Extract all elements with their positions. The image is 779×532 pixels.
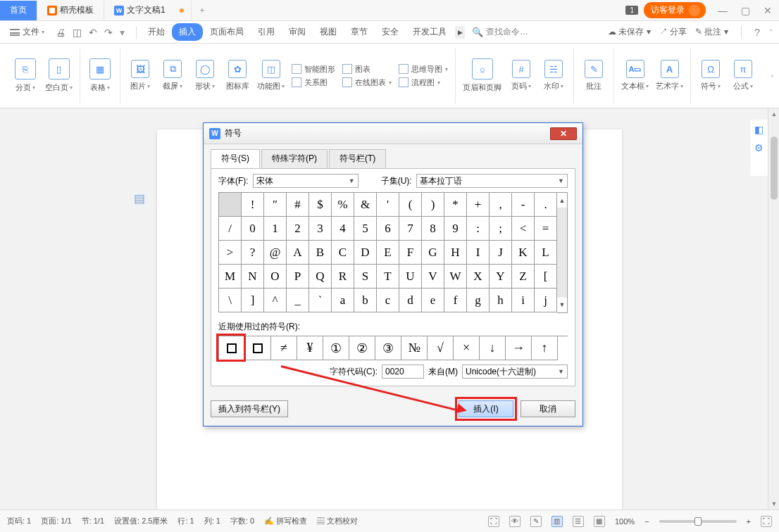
status-spellcheck[interactable]: ✍ 拼写检查 <box>264 516 307 526</box>
symbol-cell[interactable]: I <box>467 241 490 265</box>
tab-home[interactable]: 首页 <box>0 1 37 20</box>
dialog-close-button[interactable]: ✕ <box>550 127 577 140</box>
symbol-cell[interactable]: ^ <box>264 289 287 312</box>
picture-button[interactable]: 🖼图片▾ <box>127 60 153 91</box>
symbol-cell[interactable]: > <box>219 241 242 265</box>
tab-symbol-bar[interactable]: 符号栏(T) <box>329 149 386 168</box>
symbol-cell[interactable]: @ <box>264 241 287 265</box>
relation-button[interactable]: 关系图 <box>292 77 335 88</box>
symbol-cell[interactable]: d <box>399 289 422 312</box>
comment-button[interactable]: ✎批注 <box>581 60 606 91</box>
header-footer-button[interactable]: ⎐页眉和页脚 <box>463 58 501 93</box>
symbol-cell[interactable]: E <box>377 241 399 265</box>
symbol-cell[interactable]: 8 <box>422 217 444 241</box>
symbol-cell[interactable]: # <box>287 193 309 217</box>
symbol-cell[interactable]: ` <box>309 289 332 312</box>
view-read-icon[interactable]: ✎ <box>530 516 542 527</box>
symbol-cell[interactable]: % <box>332 193 354 217</box>
page-number-button[interactable]: #页码▾ <box>509 60 534 91</box>
view-fullscreen-icon[interactable]: ⛶ <box>488 516 499 527</box>
symbol-cell[interactable]: \ <box>219 289 242 312</box>
vertical-scrollbar[interactable]: ▲ ▼ <box>768 108 779 509</box>
status-doccheck[interactable]: ▤ 文档校对 <box>317 516 358 526</box>
zoom-slider[interactable] <box>659 520 737 523</box>
symbol-cell[interactable]: C <box>332 241 354 265</box>
fit-page-icon[interactable]: ⛶ <box>761 516 772 527</box>
collapse-ribbon-icon[interactable]: ⌃ <box>768 29 773 35</box>
symbol-cell[interactable]: Z <box>512 265 535 289</box>
symbol-cell[interactable]: V <box>422 265 444 289</box>
side-tool-icon-2[interactable]: ⚙ <box>754 142 764 153</box>
symbol-cell[interactable]: 0 <box>242 217 264 241</box>
symbol-cell[interactable]: B <box>309 241 332 265</box>
unsaved-indicator[interactable]: ☁ 未保存 ▾ <box>608 26 651 38</box>
status-section[interactable]: 节: 1/1 <box>82 516 104 526</box>
formula-button[interactable]: π公式▾ <box>730 60 756 91</box>
view-print-icon[interactable]: ▥ <box>551 516 563 527</box>
zoom-out-icon[interactable]: − <box>644 517 649 526</box>
symbol-cell[interactable]: Q <box>309 265 332 289</box>
symbol-cell[interactable]: ! <box>242 193 264 217</box>
symbol-cell[interactable]: U <box>399 265 422 289</box>
qat-undo-icon[interactable]: ↶ <box>89 27 97 38</box>
symbol-cell[interactable]: Y <box>490 265 512 289</box>
login-button[interactable]: 访客登录 <box>644 2 706 18</box>
recent-symbol-cell[interactable]: ↑ <box>532 336 558 360</box>
symbol-cell[interactable]: c <box>377 289 399 312</box>
flowchart-button[interactable]: 流程图▾ <box>399 77 448 88</box>
scroll-thumb[interactable] <box>771 137 778 200</box>
window-minimize[interactable]: — <box>711 2 734 19</box>
subset-select[interactable]: 基本拉丁语▼ <box>416 174 568 188</box>
zoom-in-icon[interactable]: + <box>747 517 751 526</box>
symbol-cell[interactable]: 1 <box>264 217 287 241</box>
recent-symbol-cell[interactable]: → <box>506 336 532 360</box>
symbol-cell[interactable]: = <box>535 217 557 241</box>
symbol-button[interactable]: Ω符号▾ <box>698 60 723 91</box>
qat-save-icon[interactable]: 🖨 <box>56 27 66 38</box>
charcode-input[interactable] <box>382 365 424 379</box>
symbol-cell[interactable]: / <box>219 217 242 241</box>
view-focus-icon[interactable]: 👁 <box>509 516 521 527</box>
annotate-button[interactable]: ✎ 批注 ▾ <box>695 26 728 38</box>
symbol-cell[interactable]: & <box>354 193 377 217</box>
encoding-select[interactable]: Unicode(十六进制)▼ <box>462 365 568 379</box>
qat-redo-icon[interactable]: ↷ <box>104 27 113 38</box>
symbol-cell[interactable]: J <box>490 241 512 265</box>
symbol-cell[interactable]: $ <box>309 193 332 217</box>
symbol-cell[interactable]: : <box>467 217 490 241</box>
shape-button[interactable]: ◯形状▾ <box>192 60 218 91</box>
symbol-cell[interactable]: 6 <box>377 217 399 241</box>
status-row[interactable]: 行: 1 <box>177 516 194 526</box>
symbol-cell[interactable]: f <box>444 289 467 312</box>
textbox-button[interactable]: A▭文本框▾ <box>621 60 649 91</box>
help-button[interactable]: ? <box>754 26 760 38</box>
menu-tab-开始[interactable]: 开始 <box>141 23 172 41</box>
window-close[interactable]: ✕ <box>756 2 779 19</box>
tab-document[interactable]: W文字文稿1 <box>104 1 192 20</box>
symbol-cell[interactable]: L <box>535 241 557 265</box>
recent-symbol-cell[interactable]: √ <box>428 336 454 360</box>
view-web-icon[interactable]: ▦ <box>594 516 605 527</box>
cancel-button[interactable]: 取消 <box>521 400 575 417</box>
recent-symbol-cell[interactable]: ② <box>349 336 375 360</box>
side-tool-icon-1[interactable]: ◧ <box>754 124 764 135</box>
symbol-cell[interactable]: ; <box>490 217 512 241</box>
symbol-cell[interactable]: j <box>535 289 557 312</box>
scroll-up-icon[interactable]: ▲ <box>768 108 779 120</box>
symbol-cell[interactable]: - <box>512 193 535 217</box>
symbol-cell[interactable]: 2 <box>287 217 309 241</box>
symbol-cell[interactable]: 9 <box>444 217 467 241</box>
symbol-cell[interactable]: K <box>512 241 535 265</box>
qat-customize-icon[interactable]: ▾ <box>120 27 125 38</box>
featurechart-button[interactable]: ◫功能图▾ <box>257 60 285 91</box>
symbol-cell[interactable]: W <box>444 265 467 289</box>
symbol-cell[interactable]: X <box>467 265 490 289</box>
watermark-button[interactable]: ☵水印▾ <box>541 60 566 91</box>
menu-tab-审阅[interactable]: 审阅 <box>282 23 313 41</box>
symbol-cell[interactable]: g <box>467 289 490 312</box>
recent-symbol-cell[interactable]: ≠ <box>271 336 297 360</box>
recent-symbol-cell[interactable]: № <box>401 336 428 360</box>
qat-print-preview-icon[interactable]: ◫ <box>73 27 82 38</box>
menu-tab-插入[interactable]: 插入 <box>172 23 203 41</box>
status-col[interactable]: 列: 1 <box>204 516 220 526</box>
